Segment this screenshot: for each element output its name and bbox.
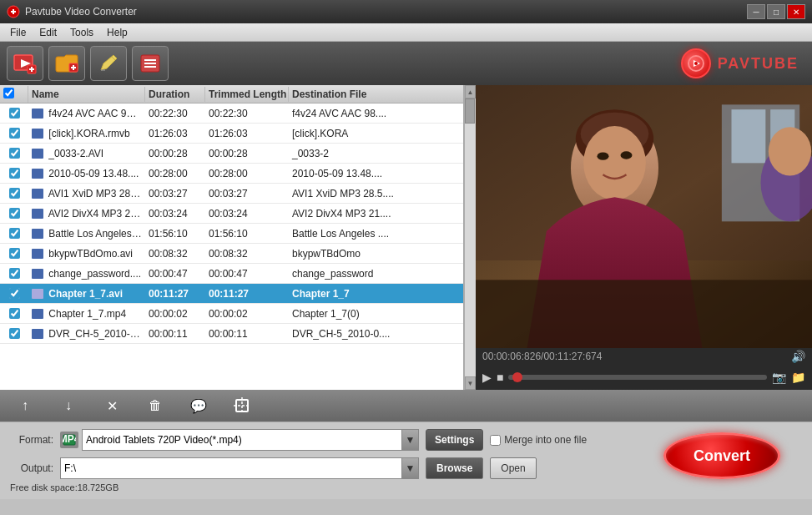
- row-trimmed-0: 00:22:30: [205, 106, 289, 121]
- row-checkbox-1[interactable]: [9, 128, 20, 139]
- progress-bar[interactable]: [508, 375, 767, 380]
- row-duration-10: 00:00:02: [145, 306, 205, 321]
- trash-button[interactable]: 🗑: [144, 394, 167, 417]
- output-dropdown-arrow[interactable]: ▼: [402, 457, 419, 479]
- screenshot-button[interactable]: 📷: [772, 371, 786, 384]
- folder-button[interactable]: 📁: [791, 371, 805, 384]
- maximize-button[interactable]: □: [767, 4, 785, 19]
- select-all-checkbox[interactable]: [3, 88, 14, 98]
- file-row[interactable]: AVI1 XviD MP3 28.5... 00:03:27 00:03:27 …: [0, 184, 463, 204]
- svg-text:MP4: MP4: [63, 434, 76, 445]
- row-name-11: DVR_CH-5_2010-0....: [28, 326, 145, 341]
- menu-tools[interactable]: Tools: [63, 25, 100, 40]
- file-row[interactable]: DVR_CH-5_2010-0.... 00:00:11 00:00:11 DV…: [0, 324, 463, 344]
- file-row[interactable]: bkypwTBdOmo.avi 00:08:32 00:08:32 bkypwT…: [0, 244, 463, 264]
- add-folder-button[interactable]: [48, 46, 85, 81]
- file-row[interactable]: _0033-2.AVI 00:00:28 00:00:28 _0033-2: [0, 144, 463, 164]
- convert-button[interactable]: Convert: [663, 432, 780, 479]
- scroll-down-button[interactable]: ▼: [465, 376, 476, 390]
- row-trimmed-10: 00:00:02: [205, 306, 289, 321]
- merge-checkbox[interactable]: [490, 435, 501, 446]
- row-check-1[interactable]: [0, 126, 28, 140]
- subtitle-button[interactable]: 💬: [187, 394, 210, 417]
- add-video-button[interactable]: [7, 46, 43, 81]
- row-check-9[interactable]: [0, 286, 28, 300]
- menu-edit[interactable]: Edit: [33, 25, 63, 40]
- output-path[interactable]: F:\: [60, 457, 402, 479]
- row-dest-0: f4v24 AVC AAC 98....: [289, 106, 463, 121]
- edit-button[interactable]: [90, 46, 127, 81]
- row-checkbox-2[interactable]: [9, 148, 20, 159]
- row-check-8[interactable]: [0, 266, 28, 280]
- row-checkbox-8[interactable]: [9, 268, 20, 279]
- delete-button[interactable]: ✕: [100, 394, 124, 417]
- row-check-10[interactable]: [0, 306, 28, 321]
- close-button[interactable]: ✕: [787, 4, 805, 19]
- window-controls[interactable]: ─ □ ✕: [747, 4, 805, 19]
- row-trimmed-8: 00:00:47: [205, 266, 289, 281]
- row-name-10: Chapter 1_7.mp4: [28, 306, 145, 321]
- play-button[interactable]: ▶: [482, 371, 492, 384]
- row-check-3[interactable]: [0, 166, 28, 180]
- menu-help[interactable]: Help: [100, 25, 134, 40]
- row-duration-5: 00:03:24: [145, 206, 205, 221]
- bottom-right: Convert: [635, 429, 802, 479]
- move-up-button[interactable]: ↑: [13, 394, 37, 417]
- row-checkbox-6[interactable]: [9, 228, 20, 239]
- title-bar: Pavtube Video Converter ─ □ ✕: [0, 0, 812, 23]
- row-duration-4: 00:03:27: [145, 186, 205, 201]
- row-checkbox-9[interactable]: [9, 288, 20, 299]
- row-checkbox-3[interactable]: [9, 168, 20, 179]
- row-dest-2: _0033-2: [289, 146, 463, 161]
- row-check-2[interactable]: [0, 146, 28, 160]
- file-row[interactable]: change_password.... 00:00:47 00:00:47 ch…: [0, 264, 463, 284]
- file-list-container: Name Duration Trimmed Length Destination…: [0, 85, 464, 390]
- format-select[interactable]: Android Tablets 720P Video(*.mp4): [82, 429, 402, 451]
- row-trimmed-2: 00:00:28: [205, 146, 289, 161]
- row-check-11[interactable]: [0, 326, 28, 341]
- stop-button[interactable]: ■: [497, 371, 503, 384]
- row-dest-5: AVI2 DivX4 MP3 21....: [289, 206, 463, 221]
- list-button[interactable]: [132, 46, 169, 81]
- crop-button[interactable]: [230, 394, 254, 417]
- scroll-thumb[interactable]: [465, 98, 475, 124]
- format-dropdown-arrow[interactable]: ▼: [402, 429, 419, 451]
- row-checkbox-4[interactable]: [9, 188, 20, 199]
- row-checkbox-0[interactable]: [9, 108, 20, 119]
- file-list-body[interactable]: f4v24 AVC AAC 98.... 00:22:30 00:22:30 f…: [0, 104, 463, 390]
- row-check-5[interactable]: [0, 206, 28, 220]
- settings-button[interactable]: Settings: [426, 429, 483, 451]
- bottom-main: Format: MP4 Android Tablets 720P Video(*…: [10, 429, 802, 492]
- minimize-button[interactable]: ─: [747, 4, 765, 19]
- move-down-button[interactable]: ↓: [57, 394, 80, 417]
- menu-file[interactable]: File: [3, 25, 33, 40]
- svg-point-25: [583, 126, 646, 200]
- row-checkbox-5[interactable]: [9, 208, 20, 219]
- row-duration-3: 00:28:00: [145, 166, 205, 181]
- row-checkbox-10[interactable]: [9, 308, 20, 319]
- file-row[interactable]: Battle Los Angeles ... 01:56:10 01:56:10…: [0, 224, 463, 244]
- file-row[interactable]: Chapter 1_7.avi 00:11:27 00:11:27 Chapte…: [0, 284, 463, 304]
- row-dest-4: AVI1 XviD MP3 28.5....: [289, 186, 463, 201]
- file-row[interactable]: 2010-05-09 13.48.... 00:28:00 00:28:00 2…: [0, 164, 463, 184]
- row-checkbox-11[interactable]: [9, 328, 20, 339]
- row-checkbox-7[interactable]: [9, 248, 20, 259]
- open-button[interactable]: Open: [490, 457, 536, 479]
- row-check-0[interactable]: [0, 106, 28, 120]
- output-label: Output:: [10, 462, 53, 474]
- row-name-4: AVI1 XviD MP3 28.5...: [28, 186, 145, 201]
- row-check-4[interactable]: [0, 186, 28, 200]
- file-row[interactable]: AVI2 DivX4 MP3 21.... 00:03:24 00:03:24 …: [0, 204, 463, 224]
- row-duration-8: 00:00:47: [145, 266, 205, 281]
- file-row[interactable]: Chapter 1_7.mp4 00:00:02 00:00:02 Chapte…: [0, 304, 463, 324]
- file-row[interactable]: [click].KORA.rmvb 01:26:03 01:26:03 [cli…: [0, 124, 463, 144]
- browse-button[interactable]: Browse: [426, 457, 483, 479]
- row-check-7[interactable]: [0, 246, 28, 260]
- file-row[interactable]: f4v24 AVC AAC 98.... 00:22:30 00:22:30 f…: [0, 104, 463, 124]
- row-dest-8: change_password: [289, 266, 463, 281]
- scroll-up-button[interactable]: ▲: [465, 85, 476, 98]
- row-duration-7: 00:08:32: [145, 246, 205, 261]
- row-name-8: change_password....: [28, 266, 145, 281]
- list-scrollbar[interactable]: ▲ ▼: [464, 85, 476, 390]
- row-check-6[interactable]: [0, 226, 28, 240]
